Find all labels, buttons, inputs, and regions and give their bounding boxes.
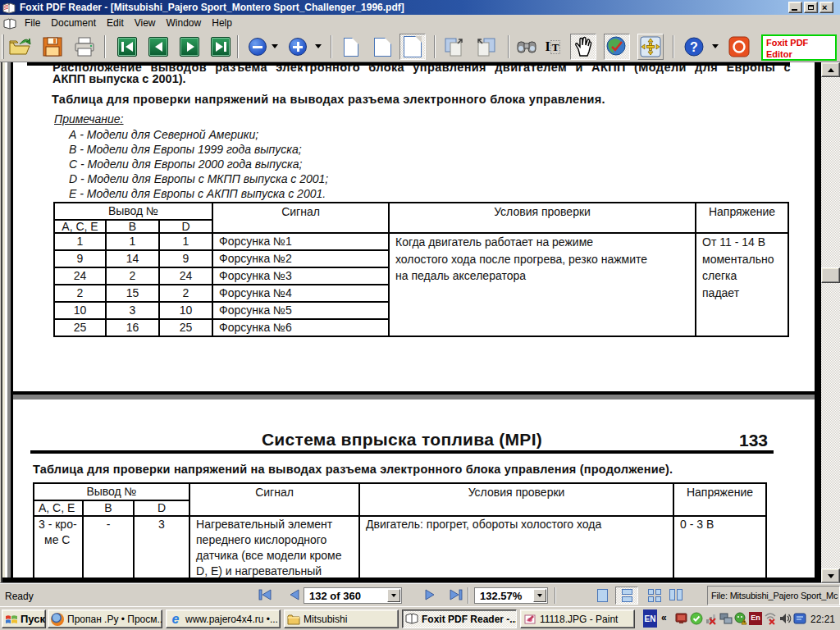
wifi-off-icon[interactable]	[764, 612, 777, 625]
clock[interactable]: 22:21	[810, 614, 835, 625]
task-folder-mitsubishi[interactable]: Mitsubishi	[284, 609, 399, 628]
zoom-out-dropdown-icon[interactable]	[272, 44, 278, 48]
close-button[interactable]: ×	[819, 2, 833, 13]
zoom-value[interactable]: 132.57%	[475, 590, 532, 602]
file-info: File: Mitsubishi_Pajero Sport_Mc	[707, 586, 840, 605]
previous-page-button[interactable]	[145, 34, 171, 60]
display-icon[interactable]	[675, 612, 688, 625]
condition-cell: Когда двигатель работает на режиме холос…	[389, 233, 696, 336]
network-icon[interactable]	[719, 612, 733, 625]
cell-condition: Двигатель: прогрет, обороты холостого хо…	[359, 516, 673, 583]
zoom-in-dropdown-icon[interactable]	[315, 44, 322, 48]
col-header-voltage: Напряжение	[673, 483, 766, 516]
scrollbar-thumb[interactable]	[821, 267, 840, 283]
document-book-icon[interactable]	[3, 18, 16, 29]
start-button[interactable]: Пуск	[2, 609, 46, 628]
subcol-ace: А, С, Е	[54, 220, 106, 233]
continuous-layout-button[interactable]	[615, 587, 638, 605]
print-button[interactable]	[71, 34, 98, 60]
status-ready: Ready	[5, 591, 34, 602]
internet-explorer-icon: e	[169, 613, 182, 626]
next-view-button[interactable]	[473, 34, 500, 60]
help-dropdown-icon[interactable]	[712, 44, 719, 48]
svg-text:?: ?	[690, 40, 698, 54]
next-page-nav[interactable]	[424, 589, 436, 604]
task-foxit-reader[interactable]: Foxit PDF Reader -...	[402, 609, 517, 628]
continuous-facing-layout-button[interactable]	[664, 587, 687, 605]
agent-warning-icon[interactable]	[734, 612, 747, 625]
exit-button[interactable]	[726, 34, 752, 60]
scroll-up-button[interactable]	[821, 62, 840, 77]
foxit-book-icon	[405, 613, 418, 626]
menu-window[interactable]: Window	[162, 16, 207, 30]
zoom-out-button[interactable]	[244, 34, 271, 60]
web-button[interactable]	[604, 34, 630, 60]
signal-blocked-icon[interactable]	[705, 612, 718, 625]
fit-width-button[interactable]	[369, 34, 395, 60]
pan-zoom-button[interactable]	[637, 34, 664, 60]
subcol-d: D	[134, 500, 189, 516]
col-header-pin: Вывод №	[54, 203, 212, 220]
page-number: 133	[686, 431, 768, 450]
separator	[237, 35, 239, 58]
page-combo-dropdown-icon[interactable]	[387, 589, 400, 602]
previous-page-nav[interactable]	[289, 589, 300, 604]
cell-d: 3	[134, 516, 189, 583]
zoom-combo-dropdown-icon[interactable]	[533, 589, 546, 602]
tray-chevron[interactable]: «	[661, 612, 667, 623]
restore-button[interactable]	[804, 2, 818, 13]
actual-size-button[interactable]	[338, 34, 364, 60]
language-indicator[interactable]: EN	[643, 609, 657, 628]
separator	[468, 587, 469, 604]
punto-lang-icon[interactable]: En	[749, 612, 762, 625]
cell: Форсунка №3	[212, 267, 389, 285]
menu-file[interactable]: File	[20, 16, 45, 30]
hand-tool-button[interactable]	[570, 34, 596, 60]
save-button[interactable]	[39, 34, 66, 60]
separator	[331, 35, 332, 58]
help-button[interactable]: ?	[681, 34, 707, 60]
note-label: Примечание:	[54, 112, 124, 126]
next-page-button[interactable]	[176, 34, 203, 60]
open-file-button[interactable]	[7, 34, 33, 60]
antivirus-check-icon[interactable]	[690, 612, 703, 625]
menu-view[interactable]: View	[130, 16, 161, 30]
start-label: Пуск	[21, 613, 45, 625]
find-button[interactable]	[514, 34, 540, 60]
select-text-button[interactable]: IT	[540, 34, 566, 60]
menu-edit[interactable]: Edit	[102, 16, 129, 30]
zoom-in-button[interactable]	[285, 34, 311, 60]
scroll-down-button[interactable]	[821, 568, 840, 583]
cell: Форсунка №4	[212, 285, 389, 302]
menu-document[interactable]: Document	[46, 16, 101, 30]
last-page-nav[interactable]	[449, 589, 463, 604]
task-internet-explorer[interactable]: e www.pajero4x4.ru •...	[166, 609, 281, 628]
section-rule	[30, 450, 774, 454]
status-bar: Ready 132 of 360 132.57% File: Mitsubish…	[0, 583, 840, 606]
task-paint[interactable]: 11118.JPG - Paint	[520, 609, 635, 628]
page-number-value[interactable]: 132 of 360	[304, 590, 386, 602]
last-page-button[interactable]	[208, 34, 234, 60]
minimize-button[interactable]	[788, 2, 802, 13]
cell-ace: 3 - кро- ме С	[34, 516, 83, 583]
vertical-scrollbar[interactable]	[821, 62, 840, 583]
zoom-combo[interactable]: 132.57%	[474, 587, 548, 604]
cell: Форсунка №2	[212, 250, 389, 267]
cell: 24	[54, 267, 106, 285]
facing-layout-button[interactable]	[643, 587, 666, 605]
cell-voltage: 0 - 3 В	[673, 516, 766, 583]
single-page-layout-button[interactable]	[591, 587, 614, 605]
menu-help[interactable]: Help	[207, 16, 237, 30]
previous-view-button[interactable]	[441, 34, 467, 60]
col-header-condition: Условия проверки	[359, 483, 673, 516]
cell: 2	[54, 285, 106, 302]
fit-page-button[interactable]	[399, 34, 426, 60]
volume-icon[interactable]	[778, 612, 792, 625]
messenger-icon[interactable]	[793, 612, 806, 625]
task-firefox[interactable]: Пропан .Ру • Просм...	[48, 609, 162, 628]
first-page-nav[interactable]	[258, 589, 272, 604]
first-page-button[interactable]	[114, 34, 140, 60]
col-header-signal: Сигнал	[189, 483, 359, 516]
foxit-editor-ad[interactable]: Foxit PDF Editor Modify your PDF!	[761, 34, 837, 61]
page-number-combo[interactable]: 132 of 360	[304, 587, 402, 604]
